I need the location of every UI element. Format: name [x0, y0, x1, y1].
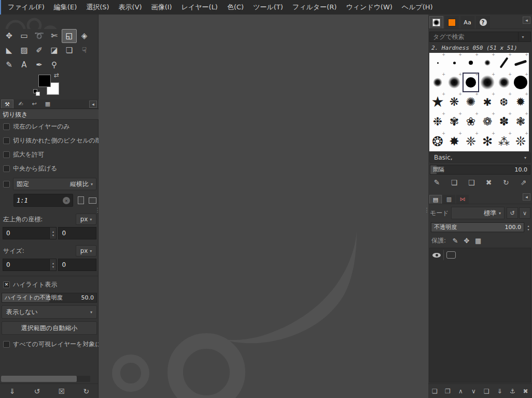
brush-item-20[interactable]: ❀ — [463, 112, 479, 132]
layer-link-box[interactable] — [446, 251, 456, 259]
dock-tab-brushes[interactable] — [429, 16, 443, 29]
brush-item-13[interactable]: ❋ — [446, 92, 463, 112]
duplicate-layer-button[interactable]: ❑ — [482, 386, 492, 397]
tool-paintbrush[interactable]: ✐ — [32, 44, 47, 58]
lock-pixels-button[interactable]: ✎ — [450, 236, 460, 245]
position-unit-dropdown[interactable]: px ▾ — [76, 214, 96, 225]
open-brush-as-image-button[interactable]: ⇗ — [517, 177, 529, 188]
edit-brush-button[interactable]: ✎ — [431, 177, 443, 188]
menubar-item-windows[interactable]: ウィンドウ(W) — [341, 0, 397, 15]
fixed-aspect-dropdown[interactable]: 固定 縦横比 ▾ — [13, 178, 96, 190]
brush-item-6[interactable] — [429, 73, 446, 92]
canvas[interactable] — [99, 15, 428, 398]
brush-item-28[interactable]: ⁂ — [496, 132, 512, 151]
menubar-item-edit[interactable]: 編集(E) — [49, 0, 81, 15]
scrollbar-handle[interactable] — [1, 376, 77, 382]
landscape-icon[interactable] — [89, 197, 96, 204]
duplicate-brush-button[interactable]: ❑ — [465, 177, 478, 188]
foreground-color-swatch[interactable] — [38, 75, 51, 87]
panel-resize-handle[interactable]: ⋮ — [425, 203, 429, 217]
brush-item-21[interactable]: ❁ — [479, 112, 496, 132]
brush-item-0[interactable] — [429, 53, 446, 73]
merge-down-button[interactable]: ⇓ — [495, 386, 505, 397]
tool-eraser[interactable]: ◪ — [47, 44, 62, 58]
visibility-eye-icon[interactable] — [432, 251, 441, 259]
highlight-opacity-slider[interactable]: ハイライトの不透明度 50.0 — [2, 293, 97, 303]
refresh-brushes-button[interactable]: ↻ — [500, 177, 512, 188]
save-tool-preset-button[interactable]: ⇓ — [6, 386, 19, 397]
spinner-buttons[interactable]: ▴ ▾ — [50, 227, 57, 239]
dock-tab-patterns[interactable] — [445, 16, 459, 29]
lower-layer-button[interactable]: ∨ — [469, 386, 479, 397]
brush-item-29[interactable]: ❊ — [512, 132, 529, 151]
brush-item-24[interactable]: ❂ — [429, 132, 446, 151]
new-brush-button[interactable]: ❏ — [448, 177, 460, 188]
dock-tab-tool-options[interactable]: ⚒ — [1, 100, 13, 108]
fixed-checkbox[interactable] — [3, 181, 10, 188]
tool-text[interactable]: A — [17, 58, 32, 72]
brush-spacing-slider[interactable]: 間隔 10.0 — [430, 165, 530, 175]
dock-tab-help[interactable]: ? — [476, 16, 490, 29]
tool-clone[interactable]: ❏ — [62, 44, 77, 58]
current-layer-only-checkbox[interactable] — [3, 123, 10, 130]
dock-tab-layers[interactable]: ▤ — [429, 195, 442, 204]
spinner-buttons[interactable]: ▴ ▾ — [50, 259, 57, 271]
brush-item-10[interactable] — [496, 73, 512, 92]
dock-tab-paths[interactable]: ⋈ — [456, 195, 469, 204]
swap-colors-icon[interactable]: ⇄ — [54, 72, 59, 79]
brush-item-7[interactable] — [446, 73, 463, 92]
menubar-item-select[interactable]: 選択(S) — [81, 0, 114, 15]
portrait-icon[interactable] — [78, 196, 84, 204]
reset-tool-options-button[interactable]: ↻ — [80, 386, 92, 397]
brush-item-22[interactable]: ✽ — [496, 112, 512, 132]
menubar-item-view[interactable]: 表示(V) — [114, 0, 147, 15]
brush-item-4[interactable] — [496, 53, 512, 73]
tool-gradient[interactable]: ▨ — [17, 44, 32, 58]
panel-resize-handle[interactable]: ⋮ — [95, 203, 100, 217]
lock-position-button[interactable]: ✥ — [461, 236, 472, 245]
brush-item-17[interactable]: ✹ — [512, 92, 529, 112]
brush-item-11[interactable] — [512, 73, 529, 92]
brush-item-19[interactable]: ✾ — [446, 112, 463, 132]
dock-menu-button[interactable]: ◂ — [89, 101, 97, 108]
menubar-item-filters[interactable]: フィルター(R) — [288, 0, 341, 15]
lock-alpha-button[interactable]: ▦ — [473, 236, 483, 245]
brush-item-27[interactable]: ✻ — [479, 132, 496, 151]
guides-dropdown[interactable]: 表示しない ▾ — [2, 305, 97, 319]
dock-tab-device-status[interactable]: ✍ — [15, 100, 27, 108]
brush-item-15[interactable]: ✱ — [479, 92, 496, 112]
delete-cropped-pixels-checkbox[interactable] — [3, 137, 10, 144]
brush-item-2[interactable] — [463, 53, 479, 73]
dock-tab-pointer[interactable]: ▦ — [41, 100, 54, 108]
tool-options-scrollbar[interactable] — [1, 376, 90, 382]
size-unit-dropdown[interactable]: px ▾ — [76, 245, 96, 257]
layer-opacity-slider[interactable]: 不透明度 100.0 — [431, 222, 524, 232]
mode-default-button[interactable]: ∨ — [519, 207, 530, 219]
delete-layer-button[interactable]: ✖ — [521, 386, 531, 397]
brush-item-23[interactable]: ❃ — [512, 112, 529, 132]
size-width-input[interactable]: 0 — [3, 259, 50, 271]
tool-move[interactable]: ✥ — [2, 29, 17, 43]
shrink-merged-checkbox[interactable] — [3, 341, 10, 348]
brush-item-9[interactable] — [479, 73, 496, 92]
tool-rectangle-select[interactable]: ▭ — [17, 29, 32, 43]
tool-zoom[interactable]: ⚲ — [47, 58, 62, 72]
dock-tab-fonts[interactable]: Aa — [460, 16, 474, 29]
brush-item-14[interactable]: ✺ — [463, 92, 479, 112]
brush-item-26[interactable]: ❈ — [463, 132, 479, 151]
brush-item-3[interactable] — [479, 53, 496, 73]
tool-scissors-select[interactable]: ✄ — [47, 29, 62, 43]
brush-item-5[interactable] — [512, 53, 529, 73]
aspect-ratio-input[interactable]: 1:1 ✕ — [13, 194, 73, 207]
new-layer-button[interactable]: ❏ — [430, 386, 440, 397]
tool-smudge[interactable]: ☟ — [77, 44, 92, 58]
delete-tool-preset-button[interactable]: ☒ — [55, 386, 68, 397]
tool-crop[interactable]: ◱ — [62, 29, 77, 43]
menubar-item-layer[interactable]: レイヤー(L) — [177, 0, 222, 15]
brush-tag-search[interactable]: タグで検索 ▾ — [429, 32, 531, 42]
layer-mode-dropdown[interactable]: 標準 ▾ — [451, 207, 505, 219]
dock-tab-channels[interactable]: ▥ — [443, 195, 455, 204]
menubar-item-file[interactable]: ファイル(F) — [3, 0, 49, 15]
highlight-checkbox[interactable]: ✕ — [3, 281, 10, 288]
brush-group-dropdown[interactable]: Basic, ▾ — [429, 152, 531, 163]
